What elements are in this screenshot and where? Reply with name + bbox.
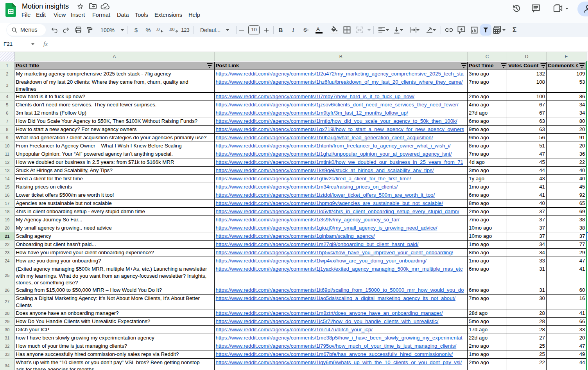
svg-text:.00: .00 [169,27,174,31]
svg-text:A: A [316,26,320,32]
svg-text:S: S [304,27,307,33]
svg-text:.0: .0 [156,27,160,31]
